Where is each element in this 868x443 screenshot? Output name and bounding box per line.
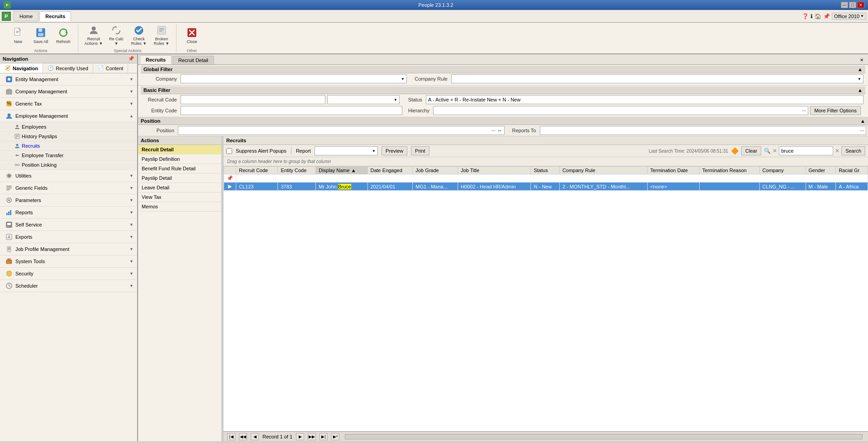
col-job-title[interactable]: Job Title: [458, 167, 531, 174]
nav-tab-recently-used[interactable]: 🕐 Recently Used: [43, 63, 93, 73]
nav-item-parameters[interactable]: Parameters ▼: [0, 194, 137, 207]
report-dropdown[interactable]: ▼: [315, 146, 378, 155]
col-recruit-code[interactable]: Recruit Code: [236, 167, 278, 174]
more-filter-button[interactable]: More Filter Options: [810, 106, 861, 115]
col-company[interactable]: Company: [759, 167, 806, 174]
global-filter-toggle[interactable]: ▲: [858, 67, 863, 72]
col-entity-code[interactable]: Entity Code: [278, 167, 316, 174]
tab-recruits[interactable]: Recruits: [39, 11, 71, 21]
recruit-actions-button[interactable]: RecruitActions ▼: [83, 23, 105, 48]
action-benefit-fund-rule-detail[interactable]: Benefit Fund Rule Detail: [138, 164, 221, 173]
content-tab-recruit-detail[interactable]: Recruit Detail: [172, 56, 214, 64]
nav-item-utilities[interactable]: Utilities ▼: [0, 170, 137, 182]
position-filter-toggle[interactable]: ▲: [860, 118, 865, 124]
recruit-code-input[interactable]: [181, 95, 325, 104]
minimize-button[interactable]: —: [841, 2, 848, 8]
horizontal-scrollbar[interactable]: [345, 434, 863, 439]
col-termination-date[interactable]: Termination Date: [647, 167, 699, 174]
col-company-rule[interactable]: Company Rule: [559, 167, 647, 174]
nav-item-reports[interactable]: Reports ▼: [0, 207, 137, 219]
nav-tab-navigation[interactable]: 🧭 Navigation: [0, 63, 43, 73]
nav-item-security[interactable]: Security ▼: [0, 268, 137, 280]
clear-search-icon[interactable]: 🔶: [731, 147, 739, 154]
find-clear-icon[interactable]: ✕: [835, 148, 839, 154]
nav-sub-item-history-payslips[interactable]: History Payslips: [0, 132, 137, 141]
nav-pin-icon[interactable]: 📌: [128, 56, 134, 62]
action-payslip-definition[interactable]: Payslip Definition: [138, 154, 221, 164]
action-view-tax[interactable]: View Tax: [138, 193, 221, 202]
nav-sub-item-recruits[interactable]: Recruits: [0, 141, 137, 151]
nav-item-generic-tax[interactable]: % Generic Tax ▼: [0, 98, 137, 110]
action-payslip-detail[interactable]: Payslip Detail: [138, 173, 221, 183]
content-tab-recruits[interactable]: Recruits: [140, 55, 172, 64]
more-filter-options-btn[interactable]: More Filter Options: [810, 106, 863, 115]
nav-tab-content[interactable]: 📄 Content: [93, 63, 129, 73]
clear-button[interactable]: Clear: [741, 146, 761, 155]
find-x-btn[interactable]: ✕: [773, 148, 777, 154]
close-window-button[interactable]: ✕: [857, 2, 864, 8]
suppress-alerts-checkbox[interactable]: [226, 148, 232, 154]
data-grid[interactable]: Drag a column header here to group by th…: [224, 157, 868, 431]
nav-item-exports[interactable]: Exports ▼: [0, 231, 137, 243]
nav-new-record-button[interactable]: ▶*: [331, 433, 339, 440]
nav-prev-button[interactable]: ◀: [251, 433, 259, 440]
col-job-grade[interactable]: Job Grade: [413, 167, 458, 174]
nav-item-generic-fields[interactable]: Generic Fields ▼: [0, 182, 137, 194]
nav-sub-item-employee-transfer[interactable]: Employee Transfer: [0, 151, 137, 160]
company-rule-dropdown[interactable]: ▼: [451, 74, 863, 83]
maximize-button[interactable]: □: [849, 2, 856, 8]
print-button[interactable]: Print: [411, 146, 429, 155]
nav-sub-item-position-linking[interactable]: Position Linking: [0, 160, 137, 170]
nav-next-page-button[interactable]: ▶▶: [308, 433, 316, 440]
col-racial-group[interactable]: Racial Gr: [836, 167, 868, 174]
col-gender[interactable]: Gender: [806, 167, 836, 174]
company-dropdown[interactable]: ▼: [181, 74, 407, 83]
nav-sub-item-employees[interactable]: Employees: [0, 122, 137, 132]
recruit-code-dropdown[interactable]: ▼: [327, 95, 400, 104]
nav-item-employee-management[interactable]: Employee Management ▲: [0, 110, 137, 122]
nav-item-entity-management[interactable]: Entity Management ▼: [0, 73, 137, 86]
nav-last-button[interactable]: ▶|: [320, 433, 328, 440]
broken-rules-button[interactable]: BrokenRules ▼: [151, 23, 172, 48]
find-button[interactable]: Search: [841, 146, 865, 155]
check-rules-button[interactable]: CheckRules ▼: [128, 23, 150, 48]
pin-icon[interactable]: 📌: [823, 13, 830, 19]
nav-next-button[interactable]: ▶: [296, 433, 304, 440]
basic-filter-toggle[interactable]: ▲: [858, 87, 863, 93]
help-icon[interactable]: ❓: [802, 13, 809, 19]
reports-to-more-icon[interactable]: ···: [860, 128, 864, 133]
refresh-button[interactable]: Refresh: [52, 23, 74, 48]
close-button[interactable]: Close: [181, 23, 203, 48]
home-icon[interactable]: 🏠: [815, 13, 821, 19]
entity-code-input[interactable]: [181, 106, 402, 115]
action-memos[interactable]: Memos: [138, 202, 221, 212]
info-icon[interactable]: ℹ: [811, 13, 813, 19]
nav-item-company-management[interactable]: Company Management ▼: [0, 86, 137, 98]
find-input[interactable]: [779, 146, 833, 155]
position-arrow-icon[interactable]: ↔: [497, 128, 502, 133]
table-row[interactable]: ▶ CL123 3783 Mr John Bruce 2021/04/01 MG…: [224, 183, 868, 191]
save-all-button[interactable]: Save All: [30, 23, 52, 48]
hierarchy-input[interactable]: ···: [433, 106, 808, 115]
preview-button[interactable]: Preview: [382, 146, 407, 155]
col-termination-reason[interactable]: Termination Reason: [699, 167, 759, 174]
col-status[interactable]: Status: [531, 167, 559, 174]
nav-item-self-service[interactable]: Self Service ▼: [0, 219, 137, 231]
action-leave-detail[interactable]: Leave Detail: [138, 183, 221, 193]
col-display-name[interactable]: Display Name ▲: [316, 167, 367, 174]
col-date-engaged[interactable]: Date Engaged: [367, 167, 413, 174]
nav-first-button[interactable]: |◀: [227, 433, 235, 440]
position-more-icon[interactable]: ···: [491, 128, 495, 133]
position-input[interactable]: ··· ↔: [178, 126, 505, 135]
reports-to-input[interactable]: ···: [540, 126, 867, 135]
new-button[interactable]: New: [7, 23, 29, 48]
theme-selector[interactable]: Office 2010 ▼: [832, 13, 866, 20]
content-tab-close[interactable]: ✕: [857, 57, 866, 63]
nav-item-system-tools[interactable]: System Tools ▼: [0, 255, 137, 268]
nav-item-job-profile[interactable]: Job Profile Management ▼: [0, 243, 137, 255]
nav-item-scheduler[interactable]: Scheduler ▼: [0, 280, 137, 292]
action-recruit-detail[interactable]: Recruit Detail: [138, 145, 221, 154]
nav-prev-page-button[interactable]: ◀◀: [239, 433, 247, 440]
re-calc-button[interactable]: Re Calc▼: [105, 23, 127, 48]
tab-home[interactable]: Home: [14, 11, 38, 21]
